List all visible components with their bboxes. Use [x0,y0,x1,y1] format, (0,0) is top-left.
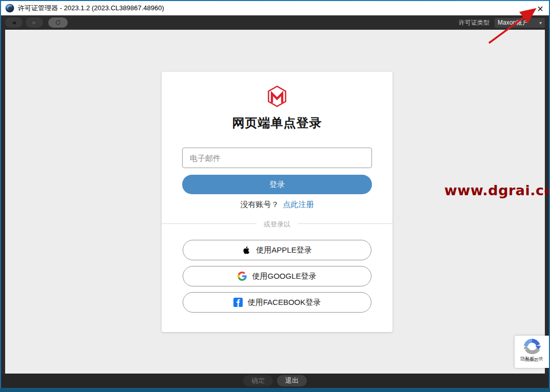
recaptcha-badge[interactable]: 隐私权 - 使 用条款 [515,336,549,368]
page-title: 网页端单点登录 [162,115,392,131]
apple-icon [242,245,251,255]
back-button[interactable]: ◀ [5,17,23,28]
refresh-icon [55,19,61,26]
maxon-logo-icon [267,85,287,110]
or-login-divider: 或登录以 [162,219,392,228]
license-type-dropdown[interactable]: Maxon账户 ▾ [495,18,545,28]
window-border-top [0,0,550,1]
apple-login-button[interactable]: 使用APPLE登录 [183,240,371,260]
window-border-bottom [0,388,550,392]
refresh-button[interactable] [48,17,68,28]
login-card: 网页端单点登录 登录 没有账号？点此注册 或登录以 使用APPLE登录 [162,72,392,332]
ok-button[interactable]: 确定 [243,375,273,386]
titlebar: 许可证管理器 - 2023.1.2 (2023.CL389867.48960) … [1,1,549,15]
facebook-icon [233,298,243,307]
email-field[interactable] [182,148,372,168]
recaptcha-terms-line2: 用条款 [515,358,549,362]
login-button[interactable]: 登录 [182,175,372,194]
license-type-label: 许可证类型 [459,18,489,27]
close-icon: ✕ [537,4,543,14]
watermark-text: www.dgrai.com [444,182,550,198]
window-border-left [0,0,1,392]
footer-bar: 确定 退出 [1,374,549,388]
forward-icon: ▶ [33,20,36,25]
google-login-label: 使用GOOGLE登录 [252,272,316,281]
back-icon: ◀ [12,20,16,25]
forward-button[interactable]: ▶ [26,17,43,28]
window-title: 许可证管理器 - 2023.1.2 (2023.CL389867.48960) [18,4,164,13]
google-login-button[interactable]: 使用GOOGLE登录 [183,266,371,286]
facebook-login-label: 使用FACEBOOK登录 [248,298,321,307]
toolbar: ◀ ▶ 许可证类型 Maxon账户 ▾ [1,15,549,30]
chevron-down-icon: ▾ [539,20,542,26]
apple-login-label: 使用APPLE登录 [256,245,311,255]
license-type-value: Maxon账户 [498,18,528,27]
license-manager-window: 许可证管理器 - 2023.1.2 (2023.CL389867.48960) … [0,0,550,392]
exit-button[interactable]: 退出 [277,375,307,386]
no-account-text: 没有账号？ [241,200,279,209]
close-button[interactable]: ✕ [535,3,546,14]
register-link[interactable]: 点此注册 [283,200,314,209]
cinema4d-app-icon [5,4,14,13]
signup-row: 没有账号？点此注册 [162,200,392,210]
divider-label: 或登录以 [257,220,298,228]
facebook-login-button[interactable]: 使用FACEBOOK登录 [183,292,371,313]
google-icon [238,272,247,281]
